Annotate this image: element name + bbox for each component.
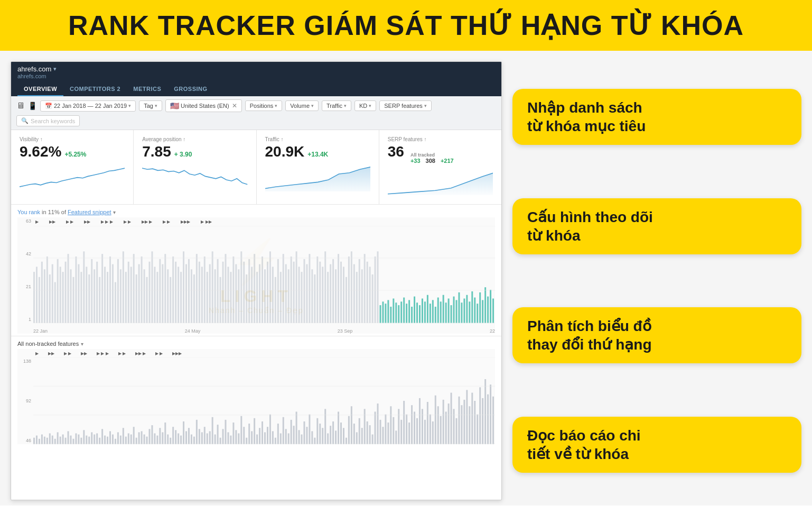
svg-rect-41 — [136, 274, 137, 323]
svg-rect-59 — [183, 251, 184, 323]
svg-rect-344 — [458, 397, 460, 444]
tab-overview[interactable]: OVERVIEW — [17, 82, 63, 96]
svg-rect-52 — [164, 254, 166, 323]
svg-rect-118 — [338, 254, 339, 323]
svg-rect-73 — [220, 277, 221, 323]
svg-rect-342 — [453, 409, 455, 444]
svg-rect-143 — [403, 298, 405, 323]
non-tracked-arrow[interactable]: ▾ — [81, 341, 83, 347]
svg-rect-61 — [188, 259, 190, 323]
svg-rect-155 — [435, 307, 436, 323]
top-bar: ahrefs.com ▾ ahrefs.com OVERVIEW COMPETI… — [11, 62, 501, 96]
search-keywords-box[interactable]: 🔍 Search keywords — [16, 115, 80, 126]
svg-rect-214 — [117, 432, 119, 444]
svg-rect-291 — [319, 424, 321, 444]
svg-rect-152 — [427, 295, 428, 323]
tab-metrics[interactable]: METRICS — [127, 82, 167, 96]
svg-rect-213 — [115, 439, 116, 444]
callout-2: Cấu hình theo dõi từ khóa — [512, 198, 801, 254]
date-range-filter[interactable]: 📅 22 Jan 2018 — 22 Jan 2019 ▾ — [40, 100, 136, 112]
country-filter[interactable]: 🇺🇸 United States (EN) ✕ — [165, 99, 242, 112]
svg-rect-248 — [207, 434, 208, 445]
svg-rect-25 — [94, 269, 95, 323]
svg-rect-357 — [492, 397, 494, 444]
svg-rect-85 — [251, 267, 253, 323]
svg-rect-345 — [461, 405, 462, 444]
svg-rect-346 — [463, 400, 465, 444]
svg-rect-164 — [458, 292, 460, 323]
svg-rect-5 — [41, 262, 43, 323]
svg-rect-212 — [112, 435, 114, 444]
bar-chart-svg-1: // This will be done via inline rects — [33, 226, 495, 323]
svg-rect-187 — [46, 438, 48, 444]
svg-rect-218 — [128, 434, 129, 445]
tag-filter[interactable]: Tag ▾ — [139, 100, 162, 111]
mobile-icon[interactable]: 📱 — [28, 102, 37, 110]
svg-rect-16 — [70, 269, 72, 323]
non-tracked-section: All non-tracked features ▾ ▶ ▶▶ ▶ ▶ ▶▶ ▶… — [11, 336, 501, 444]
svg-rect-295 — [330, 426, 331, 444]
svg-rect-162 — [453, 297, 455, 323]
svg-rect-86 — [254, 254, 255, 323]
svg-rect-240 — [185, 431, 187, 444]
svg-rect-105 — [303, 259, 305, 323]
svg-rect-208 — [101, 429, 103, 444]
visibility-change: +5.25% — [64, 151, 86, 158]
serp-features-filter[interactable]: SERP features ▾ — [379, 100, 432, 111]
svg-rect-298 — [338, 412, 339, 445]
country-remove[interactable]: ✕ — [232, 102, 237, 109]
svg-rect-48 — [154, 267, 155, 323]
svg-rect-333 — [430, 415, 431, 444]
svg-rect-265 — [251, 431, 253, 444]
svg-rect-166 — [463, 299, 465, 323]
svg-rect-275 — [277, 424, 279, 444]
svg-rect-242 — [191, 435, 192, 444]
volume-filter[interactable]: Volume ▾ — [285, 100, 319, 111]
kd-filter[interactable]: KD ▾ — [354, 100, 376, 111]
traffic-filter[interactable]: Traffic ▾ — [322, 100, 351, 111]
svg-rect-281 — [293, 426, 295, 444]
svg-rect-206 — [96, 434, 98, 445]
volume-label: Volume — [290, 103, 310, 109]
svg-rect-216 — [123, 428, 124, 444]
svg-rect-67 — [204, 256, 206, 323]
desktop-icon[interactable]: 🖥 — [16, 101, 25, 111]
positions-filter[interactable]: Positions ▾ — [245, 100, 283, 111]
serp-sparkline — [388, 166, 493, 198]
dropdown-arrow[interactable]: ▾ — [53, 66, 57, 72]
svg-rect-276 — [280, 434, 282, 445]
svg-rect-169 — [471, 291, 473, 323]
svg-rect-102 — [296, 251, 297, 323]
svg-rect-254 — [222, 429, 224, 444]
svg-rect-264 — [248, 424, 250, 444]
svg-rect-258 — [232, 423, 234, 444]
featured-snippet-arrow[interactable]: ▾ — [113, 209, 116, 215]
featured-snippet-link[interactable]: Featured snippet — [68, 209, 111, 215]
svg-rect-222 — [138, 432, 140, 444]
tab-grossing[interactable]: GROSSING — [167, 82, 213, 96]
svg-rect-305 — [356, 432, 358, 444]
svg-rect-277 — [283, 417, 284, 444]
svg-rect-290 — [316, 418, 318, 444]
svg-rect-70 — [212, 251, 213, 323]
svg-rect-188 — [49, 434, 51, 445]
main-layout: ahrefs.com ▾ ahrefs.com OVERVIEW COMPETI… — [0, 51, 812, 506]
svg-rect-100 — [291, 256, 292, 323]
svg-rect-76 — [227, 267, 229, 323]
svg-rect-324 — [406, 415, 407, 444]
svg-rect-278 — [285, 429, 287, 444]
date-range-label: 22 Jan 2018 — 22 Jan 2019 — [54, 103, 127, 109]
svg-rect-38 — [128, 262, 129, 323]
callout-4: Đọc báo cáo chi tiết về từ khóa — [512, 417, 801, 473]
svg-rect-259 — [235, 430, 237, 444]
svg-rect-348 — [469, 406, 470, 444]
svg-rect-304 — [353, 424, 355, 444]
svg-rect-29 — [104, 267, 106, 323]
tab-competitors[interactable]: COMPETITORS 2 — [63, 82, 127, 96]
svg-rect-294 — [327, 434, 329, 445]
svg-rect-317 — [387, 423, 389, 444]
svg-rect-215 — [120, 436, 122, 444]
svg-rect-77 — [230, 272, 231, 323]
metrics-row: Visibility ↑ 9.62% +5.25% Average positi… — [11, 130, 501, 205]
svg-rect-4 — [39, 277, 40, 323]
